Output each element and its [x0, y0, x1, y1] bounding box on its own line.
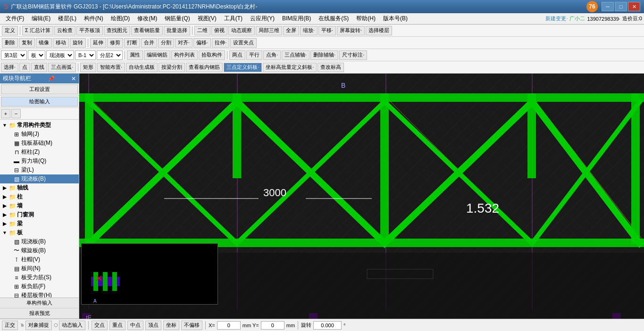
btn-break[interactable]: 打断 [124, 38, 140, 48]
btn-point-angle[interactable]: 点角· [263, 50, 281, 60]
menu-rebar-qty[interactable]: 钢筋量(Q) [161, 14, 193, 24]
menu-component[interactable]: 构件(N) [80, 14, 107, 24]
btn-move[interactable]: 移动 [53, 38, 69, 48]
tree-banshoulij[interactable]: ≡ 板受力筋(S) [0, 273, 79, 282]
btn-fullscreen[interactable]: 全屏 [283, 26, 299, 35]
btn-trim[interactable]: 修剪 [107, 38, 123, 48]
btn-stretch[interactable]: 拉伸· [212, 38, 229, 48]
btn-del-axis[interactable]: 删除辅轴· [310, 50, 338, 60]
btn-comp-list[interactable]: 构件列表 [171, 50, 198, 60]
btn-point[interactable]: 点 [19, 63, 30, 72]
tree-common[interactable]: ▼ 📁 常用构件类型 [0, 121, 79, 130]
btn-batch-inclined[interactable]: 坐标高批量定义斜板· [263, 63, 317, 72]
btn-local-3d[interactable]: 局部三维 [256, 26, 282, 35]
tree-frame-col[interactable]: ⊓ 框柱(Z) [0, 148, 79, 157]
tree-axisline[interactable]: ▶ 📁 轴线 [0, 183, 79, 192]
status-vertex[interactable]: 顶点 [145, 321, 161, 330]
sidebar-minus-btn[interactable]: − [11, 109, 21, 118]
btn-parallel[interactable]: 平行 [246, 50, 262, 60]
menu-draw[interactable]: 绘图(D) [107, 14, 134, 24]
subtype-select[interactable]: 现浇板 [46, 50, 74, 60]
tree-wall[interactable]: ▶ 📁 墙 [0, 201, 79, 210]
status-intersect[interactable]: 交点 [92, 321, 108, 330]
tree-liang[interactable]: ▶ 📁 梁 [0, 219, 79, 228]
menu-cloud[interactable]: 云应用(Y) [246, 14, 278, 24]
btn-line[interactable]: 直线 [31, 63, 47, 72]
menu-view[interactable]: 视图(V) [194, 14, 220, 24]
btn-split[interactable]: 分割 [158, 38, 174, 48]
status-dynamic[interactable]: 动态输入 [59, 321, 85, 330]
y-input[interactable] [261, 321, 284, 330]
status-center[interactable]: 中点 [127, 321, 143, 330]
btn-2d[interactable]: 二维 [194, 26, 210, 35]
tree-colcap[interactable]: ⊺ 柱帽(V) [0, 255, 79, 264]
btn-top-view[interactable]: 俯视 [211, 26, 227, 35]
btn-align[interactable]: 对齐· [175, 38, 192, 48]
btn-find[interactable]: 查找图元 [104, 26, 130, 35]
btn-delete[interactable]: 删除 [2, 38, 18, 48]
btn-dynamic-view[interactable]: 动态观察 [228, 26, 255, 35]
btn-dim[interactable]: 尺寸标注· [339, 50, 367, 60]
btn-screen-rotate[interactable]: 屏幕旋转· [337, 26, 365, 35]
tree-loudai[interactable]: ⊟ 楼层板带(H) [0, 291, 79, 298]
btn-define-inclined[interactable]: 三点定义斜板· [224, 63, 262, 72]
sidebar-add-btn[interactable]: + [1, 109, 10, 118]
layer-select[interactable]: 第3层 [1, 50, 27, 60]
btn-calc[interactable]: Σ 汇总计算 [22, 26, 53, 35]
btn-merge[interactable]: 合并 [141, 38, 157, 48]
new-change-btn[interactable]: 新建变更· [545, 15, 568, 22]
btn-select-floor[interactable]: 选择楼层 [366, 26, 392, 35]
btn-pick-comp[interactable]: 拾取构件 [199, 50, 225, 60]
tree-ban[interactable]: ▼ 📁 板 [0, 228, 79, 237]
canvas-area[interactable]: 3000 1.532 .690 .690 1 1 2 B tE [79, 74, 644, 319]
menu-edit[interactable]: 编辑(E) [28, 14, 54, 24]
assistant-btn[interactable]: 广小二 [569, 15, 585, 22]
btn-three-point-axis[interactable]: 三点辅轴· [282, 50, 309, 60]
menu-help[interactable]: 帮助(H) [352, 14, 379, 24]
tree-beam[interactable]: ⊟ 梁(L) [0, 166, 79, 174]
btn-rect[interactable]: 矩形 [80, 63, 96, 72]
status-no-offset[interactable]: 不偏移 [181, 321, 202, 330]
menu-modify[interactable]: 修改(M) [134, 14, 161, 24]
btn-extend[interactable]: 延伸 [90, 38, 106, 48]
btn-rotate[interactable]: 旋转 [70, 38, 86, 48]
status-ortho[interactable]: 正交 [2, 321, 18, 330]
btn-view-height[interactable]: 查改标高 [318, 63, 344, 72]
btn-zoom[interactable]: 缩放· [300, 26, 318, 35]
btn-offset[interactable]: 偏移· [193, 38, 211, 48]
btn-split-by-beam[interactable]: 按梁分割 [159, 63, 185, 72]
sidebar-close-icon[interactable]: ✕ [71, 75, 76, 82]
tree-raft[interactable]: ▦ 筏板基础(M) [0, 139, 79, 148]
tree-banjian[interactable]: ▤ 板间(N) [0, 264, 79, 273]
btn-select[interactable]: 选择· [1, 63, 18, 72]
close-button[interactable]: ✕ [628, 2, 640, 11]
btn-auto-slab[interactable]: 自动生成板 [126, 63, 158, 72]
menu-file[interactable]: 文件(F) [2, 14, 28, 24]
btn-properties[interactable]: 属性 [127, 50, 143, 60]
minimize-button[interactable]: ─ [602, 2, 614, 11]
sidebar-pin-icon[interactable]: 📌 [48, 75, 55, 82]
btn-smart-layout[interactable]: 智能布置· [97, 63, 125, 72]
status-midpoint[interactable]: 重点 [109, 321, 125, 330]
btn-floor-align[interactable]: 平齐板顶 [76, 26, 103, 35]
single-comp-input-btn[interactable]: 单构件输入 [0, 298, 79, 308]
x-input[interactable] [217, 321, 241, 330]
btn-copy[interactable]: 复制 [19, 38, 35, 48]
tree-banfj[interactable]: ⊞ 板负筋(F) [0, 282, 79, 291]
tree-cast-slab[interactable]: ▧ 现浇板(B) [0, 174, 79, 183]
tree-axisnet[interactable]: ⊞ 轴网(J) [0, 130, 79, 139]
menu-version[interactable]: 版本号(B) [379, 14, 411, 24]
tree-xianjiao[interactable]: ▧ 现浇板(B) [0, 237, 79, 246]
status-snap[interactable]: 对象捕捉 [25, 321, 52, 330]
btn-clamp[interactable]: 设置夹点 [230, 38, 257, 48]
engineering-setup-btn[interactable]: 工程设置 [1, 84, 78, 94]
btn-view-rebar[interactable]: 查看钢筋量 [131, 26, 163, 35]
btn-mirror[interactable]: 镜像 [36, 38, 52, 48]
menu-bim[interactable]: BIM应用(B) [278, 14, 315, 24]
rotate-input[interactable] [313, 321, 342, 330]
menu-floor[interactable]: 楼层(L) [54, 14, 80, 24]
drawing-input-btn[interactable]: 绘图输入 [1, 97, 78, 107]
btn-cloud-check[interactable]: 云检查 [54, 26, 75, 35]
btn-view-slab-rebar[interactable]: 查看板内钢筋 [186, 63, 223, 72]
report-preview-btn[interactable]: 报表预览 [0, 308, 79, 319]
